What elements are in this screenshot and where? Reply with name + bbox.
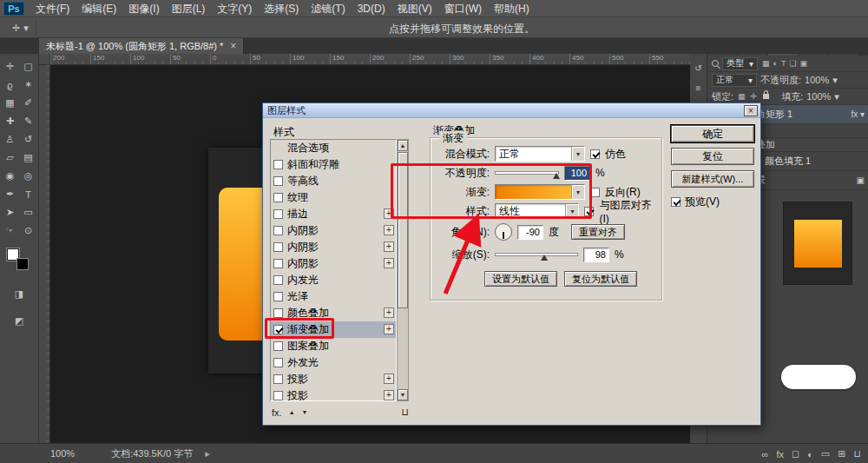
- blend-mode-dropdown[interactable]: 正常 ▾: [712, 74, 757, 87]
- style-enable-checkbox[interactable]: [273, 374, 283, 384]
- adjustment-layer-icon[interactable]: ◐: [807, 449, 813, 460]
- style-expand-button[interactable]: +: [384, 308, 394, 318]
- quick-select-tool-icon[interactable]: ✶: [19, 76, 37, 94]
- new-layer-icon[interactable]: ⊞: [838, 448, 845, 460]
- style-enable-checkbox[interactable]: [273, 275, 283, 285]
- hand-tool-icon[interactable]: ☞: [1, 222, 19, 240]
- add-effect-button[interactable]: fx.: [272, 407, 282, 418]
- menu-item[interactable]: 图像(I): [122, 0, 165, 17]
- fill-value[interactable]: 100%: [806, 91, 831, 102]
- marquee-tool-icon[interactable]: ▢: [19, 57, 37, 76]
- lock-position-icon[interactable]: ✛: [750, 92, 759, 101]
- clone-stamp-tool-icon[interactable]: ♙: [1, 130, 19, 149]
- lasso-tool-icon[interactable]: ϱ: [1, 76, 19, 94]
- style-enable-checkbox[interactable]: [273, 209, 283, 219]
- style-list-item[interactable]: 斜面和浮雕 +: [271, 156, 396, 173]
- dodge-tool-icon[interactable]: ◎: [19, 167, 37, 185]
- move-tool-icon[interactable]: ✛: [1, 57, 19, 76]
- preview-checkbox[interactable]: [671, 197, 681, 207]
- style-list-item[interactable]: 纹理 +: [271, 189, 396, 206]
- style-enable-checkbox[interactable]: [273, 341, 283, 351]
- style-enable-checkbox[interactable]: [273, 308, 283, 318]
- layer-mask-icon[interactable]: ◻: [792, 448, 799, 460]
- opacity-value[interactable]: 100%: [805, 75, 829, 85]
- style-enable-checkbox[interactable]: [273, 259, 283, 268]
- menu-item[interactable]: 3D(D): [352, 0, 391, 17]
- properties-panel-icon[interactable]: ≡: [696, 83, 701, 93]
- blend-mode-select[interactable]: 正常 ▾: [495, 146, 585, 162]
- style-list-item[interactable]: 描边 +: [271, 206, 396, 222]
- angle-input[interactable]: -90: [517, 225, 543, 240]
- style-list-item[interactable]: 光泽 +: [271, 288, 396, 305]
- link-layers-icon[interactable]: ∞: [762, 449, 769, 460]
- style-expand-button[interactable]: +: [384, 241, 394, 252]
- zoom-tool-icon[interactable]: ⊙: [19, 222, 37, 240]
- menu-item[interactable]: 滤镜(T): [305, 0, 351, 17]
- style-expand-button[interactable]: +: [384, 374, 394, 384]
- status-arrow-icon[interactable]: ▸: [205, 448, 210, 460]
- gradient-tool-icon[interactable]: ▤: [19, 149, 37, 167]
- delete-layer-icon[interactable]: ⊔: [853, 448, 861, 460]
- dialog-titlebar[interactable]: 图层样式: [263, 103, 760, 118]
- style-enable-checkbox[interactable]: [273, 358, 283, 367]
- reset-alignment-button[interactable]: 重置对齐: [571, 224, 625, 240]
- layer-group-icon[interactable]: ▭: [821, 448, 830, 460]
- style-list-item[interactable]: 投影 +: [271, 371, 396, 387]
- style-expand-button[interactable]: +: [384, 324, 394, 334]
- history-brush-tool-icon[interactable]: ↺: [19, 130, 37, 149]
- layer-badge[interactable]: fx ▾: [851, 109, 865, 119]
- style-enable-checkbox[interactable]: [273, 226, 283, 235]
- style-list-item[interactable]: 内阴影 +: [271, 222, 396, 239]
- pen-tool-icon[interactable]: ✒: [1, 185, 19, 203]
- brush-tool-icon[interactable]: ✎: [19, 112, 37, 130]
- type-tool-icon[interactable]: T: [19, 185, 37, 203]
- style-enable-checkbox[interactable]: [273, 292, 283, 301]
- scale-input[interactable]: 98: [583, 248, 609, 262]
- zoom-level[interactable]: 100%: [50, 448, 75, 459]
- move-effect-down-icon[interactable]: ▼: [302, 409, 308, 415]
- quick-mask-icon[interactable]: ◨: [15, 285, 23, 303]
- reset-button[interactable]: 复位: [671, 148, 754, 165]
- menu-item[interactable]: 窗口(W): [438, 0, 488, 17]
- layer-badge[interactable]: ▣: [857, 175, 865, 185]
- pixel-filter-icon[interactable]: ▦: [761, 59, 771, 68]
- lock-all-icon[interactable]: [763, 94, 769, 99]
- style-enable-checkbox[interactable]: [273, 242, 283, 252]
- style-expand-button[interactable]: +: [384, 225, 394, 235]
- style-enable-checkbox[interactable]: [273, 160, 283, 169]
- style-expand-button[interactable]: +: [384, 258, 394, 268]
- style-list-item[interactable]: 混合选项 +: [271, 140, 396, 156]
- style-enable-checkbox[interactable]: [273, 176, 283, 186]
- screen-mode-icon[interactable]: ◩: [15, 312, 23, 330]
- history-panel-icon[interactable]: ↺: [694, 63, 701, 73]
- move-effect-up-icon[interactable]: ▲: [289, 409, 295, 415]
- document-tab[interactable]: 未标题-1 @ 100% (圆角矩形 1, RGB/8#) * ×: [39, 38, 244, 54]
- style-enable-checkbox[interactable]: [273, 391, 283, 400]
- filter-type-dropdown[interactable]: 类型 ▾: [722, 57, 758, 70]
- style-list-item[interactable]: 外发光 +: [271, 354, 396, 371]
- adjustment-filter-icon[interactable]: ◐: [773, 59, 779, 68]
- scroll-down-icon[interactable]: ▼: [398, 389, 408, 400]
- menu-item[interactable]: 文件(F): [30, 0, 76, 17]
- eraser-tool-icon[interactable]: ▱: [1, 149, 19, 167]
- reset-default-button[interactable]: 复位为默认值: [564, 271, 637, 287]
- style-list-item[interactable]: 内阴影 +: [271, 239, 396, 255]
- scroll-up-icon[interactable]: ▲: [398, 140, 408, 151]
- shape-tool-icon[interactable]: ▭: [19, 203, 37, 222]
- lock-transparency-icon[interactable]: ▦: [737, 92, 746, 101]
- ok-button[interactable]: 确定: [671, 125, 754, 142]
- menu-item[interactable]: 帮助(H): [488, 0, 536, 17]
- style-list-item[interactable]: 内阴影 +: [271, 255, 396, 272]
- crop-tool-icon[interactable]: ▦: [1, 94, 19, 112]
- style-expand-button[interactable]: +: [384, 390, 394, 400]
- eyedropper-tool-icon[interactable]: ✐: [19, 94, 37, 112]
- menu-item[interactable]: 选择(S): [258, 0, 305, 17]
- dialog-close-button[interactable]: ×: [744, 105, 758, 116]
- menu-item[interactable]: 图层(L): [166, 0, 212, 17]
- menu-item[interactable]: 编辑(E): [76, 0, 122, 17]
- style-list-item[interactable]: 图案叠加 +: [271, 338, 396, 354]
- healing-brush-tool-icon[interactable]: ✚: [1, 112, 19, 130]
- scale-slider-thumb[interactable]: [541, 255, 548, 261]
- tool-preset-chip[interactable]: ✛ ▾: [5, 20, 36, 36]
- style-list-item[interactable]: 投影 +: [271, 387, 396, 401]
